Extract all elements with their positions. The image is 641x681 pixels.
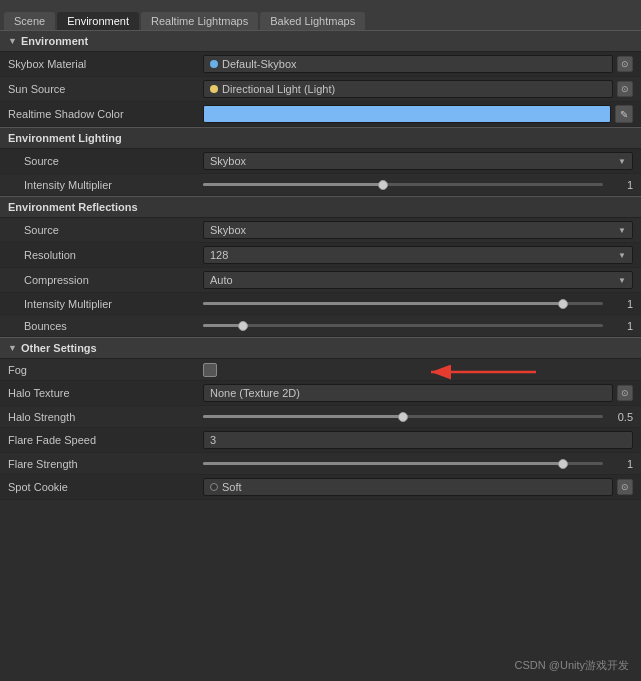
spot-cookie-text: Soft — [222, 481, 242, 493]
tab-baked-lightmaps[interactable]: Baked Lightmaps — [260, 12, 365, 30]
sun-source-dot — [210, 85, 218, 93]
resolution-arrow: ▼ — [618, 251, 626, 260]
halo-texture-label: Halo Texture — [8, 387, 203, 399]
main-content: ▼ Environment Skybox Material Default-Sk… — [0, 30, 641, 681]
env-lighting-source-arrow: ▼ — [618, 157, 626, 166]
env-reflections-intensity-track[interactable] — [203, 302, 603, 305]
flare-strength-thumb[interactable] — [558, 459, 568, 469]
flare-strength-label: Flare Strength — [8, 458, 203, 470]
flare-strength-value: 1 — [203, 458, 633, 470]
halo-strength-label: Halo Strength — [8, 411, 203, 423]
flare-fade-label: Flare Fade Speed — [8, 434, 203, 446]
spot-cookie-picker-btn[interactable]: ⊙ — [617, 479, 633, 495]
compression-arrow: ▼ — [618, 276, 626, 285]
flare-strength-val: 1 — [609, 458, 633, 470]
env-lighting-intensity-slider-container: 1 — [203, 179, 633, 191]
spot-cookie-field[interactable]: Soft — [203, 478, 613, 496]
bounces-value: 1 — [203, 320, 633, 332]
sun-source-label: Sun Source — [8, 83, 203, 95]
env-reflections-intensity-row: Intensity Multiplier 1 — [0, 293, 641, 315]
tab-realtime-lightmaps[interactable]: Realtime Lightmaps — [141, 12, 258, 30]
env-reflections-source-label: Source — [8, 224, 203, 236]
fog-label: Fog — [8, 364, 203, 376]
halo-strength-row: Halo Strength 0.5 — [0, 406, 641, 428]
compression-dropdown[interactable]: Auto ▼ — [203, 271, 633, 289]
shadow-color-swatch[interactable] — [203, 105, 611, 123]
bounces-thumb[interactable] — [238, 321, 248, 331]
fog-checkbox[interactable] — [203, 363, 217, 377]
env-reflections-intensity-value: 1 — [203, 298, 633, 310]
tab-environment[interactable]: Environment — [57, 12, 139, 30]
skybox-material-field[interactable]: Default-Skybox — [203, 55, 613, 73]
env-lighting-header: Environment Lighting — [0, 127, 641, 149]
halo-texture-value: None (Texture 2D) ⊙ — [203, 384, 633, 402]
resolution-label: Resolution — [8, 249, 203, 261]
env-lighting-intensity-row: Intensity Multiplier 1 — [0, 174, 641, 196]
env-lighting-source-value: Skybox ▼ — [203, 152, 633, 170]
eyedropper-btn[interactable]: ✎ — [615, 105, 633, 123]
environment-section-title: Environment — [21, 35, 88, 47]
shadow-color-label: Realtime Shadow Color — [8, 108, 203, 120]
env-lighting-source-label: Source — [8, 155, 203, 167]
env-reflections-title: Environment Reflections — [8, 201, 138, 213]
sun-source-picker-btn[interactable]: ⊙ — [617, 81, 633, 97]
footer-watermark: CSDN @Unity游戏开发 — [515, 658, 629, 673]
flare-fade-field[interactable]: 3 — [203, 431, 633, 449]
skybox-material-value: Default-Skybox ⊙ — [203, 55, 633, 73]
bounces-label: Bounces — [8, 320, 203, 332]
env-reflections-intensity-thumb[interactable] — [558, 299, 568, 309]
skybox-material-picker-btn[interactable]: ⊙ — [617, 56, 633, 72]
fog-row: Fog — [0, 359, 641, 381]
environment-section-header[interactable]: ▼ Environment — [0, 30, 641, 52]
resolution-text: 128 — [210, 249, 228, 261]
bounces-track[interactable] — [203, 324, 603, 327]
resolution-dropdown[interactable]: 128 ▼ — [203, 246, 633, 264]
tab-bar: Scene Environment Realtime Lightmaps Bak… — [0, 0, 641, 30]
red-arrow-annotation — [411, 361, 541, 383]
tab-scene[interactable]: Scene — [4, 12, 55, 30]
other-settings-title: Other Settings — [21, 342, 97, 354]
flare-strength-slider: 1 — [203, 458, 633, 470]
halo-texture-field[interactable]: None (Texture 2D) — [203, 384, 613, 402]
spot-cookie-label: Spot Cookie — [8, 481, 203, 493]
env-lighting-source-row: Source Skybox ▼ — [0, 149, 641, 174]
env-reflections-intensity-fill — [203, 302, 563, 305]
env-reflections-source-dropdown[interactable]: Skybox ▼ — [203, 221, 633, 239]
compression-label: Compression — [8, 274, 203, 286]
compression-row: Compression Auto ▼ — [0, 268, 641, 293]
env-lighting-intensity-thumb[interactable] — [378, 180, 388, 190]
flare-strength-track[interactable] — [203, 462, 603, 465]
sun-source-field[interactable]: Directional Light (Light) — [203, 80, 613, 98]
halo-strength-slider: 0.5 — [203, 411, 633, 423]
env-reflections-header: Environment Reflections — [0, 196, 641, 218]
other-settings-header[interactable]: ▼ Other Settings — [0, 337, 641, 359]
env-lighting-source-text: Skybox — [210, 155, 246, 167]
skybox-material-row: Skybox Material Default-Skybox ⊙ — [0, 52, 641, 77]
env-lighting-intensity-fill — [203, 183, 383, 186]
bounces-slider: 1 — [203, 320, 633, 332]
spot-cookie-value: Soft ⊙ — [203, 478, 633, 496]
skybox-material-label: Skybox Material — [8, 58, 203, 70]
bounces-row: Bounces 1 — [0, 315, 641, 337]
env-reflections-intensity-label: Intensity Multiplier — [8, 298, 203, 310]
halo-strength-val: 0.5 — [609, 411, 633, 423]
resolution-value: 128 ▼ — [203, 246, 633, 264]
halo-strength-thumb[interactable] — [398, 412, 408, 422]
sun-source-value: Directional Light (Light) ⊙ — [203, 80, 633, 98]
sun-source-text: Directional Light (Light) — [222, 83, 335, 95]
env-lighting-intensity-track[interactable] — [203, 183, 603, 186]
env-reflections-source-text: Skybox — [210, 224, 246, 236]
resolution-row: Resolution 128 ▼ — [0, 243, 641, 268]
other-settings-triangle: ▼ — [8, 343, 17, 353]
env-lighting-intensity-val: 1 — [609, 179, 633, 191]
env-lighting-source-dropdown[interactable]: Skybox ▼ — [203, 152, 633, 170]
sun-source-row: Sun Source Directional Light (Light) ⊙ — [0, 77, 641, 102]
compression-value: Auto ▼ — [203, 271, 633, 289]
halo-strength-track[interactable] — [203, 415, 603, 418]
spot-cookie-dot — [210, 483, 218, 491]
halo-strength-fill — [203, 415, 403, 418]
halo-texture-row: Halo Texture None (Texture 2D) ⊙ — [0, 381, 641, 406]
env-reflections-source-value: Skybox ▼ — [203, 221, 633, 239]
halo-texture-picker-btn[interactable]: ⊙ — [617, 385, 633, 401]
halo-strength-value: 0.5 — [203, 411, 633, 423]
